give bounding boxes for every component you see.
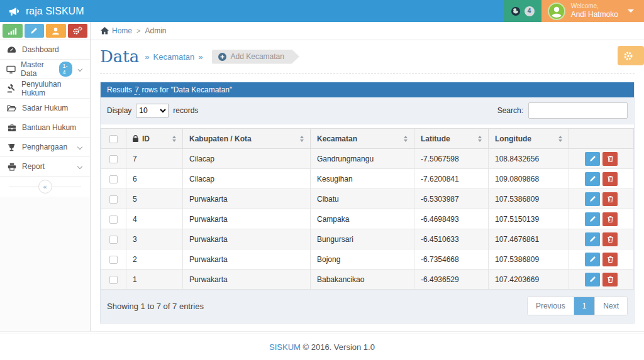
data-panel: Results 7 rows for "Data Kecamatan" Disp…	[100, 82, 635, 324]
delete-row-button[interactable]	[602, 273, 618, 286]
row-checkbox[interactable]	[109, 155, 118, 163]
results-count: 7	[134, 85, 140, 95]
results-bar: Results 7 rows for "Data Kecamatan"	[101, 82, 634, 97]
sidebar-collapse-button[interactable]: «	[38, 180, 52, 194]
cell-kabupaten: Purwakarta	[183, 270, 311, 290]
trophy-icon	[6, 143, 17, 151]
cell-id: 6	[126, 169, 183, 189]
row-checkbox[interactable]	[109, 236, 118, 244]
chevron-down-icon	[77, 164, 82, 169]
records-per-page-select[interactable]: 10	[136, 104, 169, 117]
sidebar-item-bantuan-hukum[interactable]: Bantuan Hukum	[0, 118, 90, 138]
settings-quick-button[interactable]	[68, 24, 88, 38]
cell-id: 4	[126, 209, 183, 229]
sort-icon[interactable]	[300, 136, 304, 142]
delete-row-button[interactable]	[602, 152, 618, 166]
pagination: Previous 1 Next	[527, 297, 628, 315]
folder-open-icon	[6, 104, 17, 112]
user-menu[interactable]: Welcome, Andi Hatmoko	[541, 0, 644, 22]
notification-count-badge[interactable]: 4	[525, 6, 535, 16]
sidebar-item-dashboard[interactable]: Dashboard	[0, 40, 90, 60]
pencil-icon	[589, 195, 596, 202]
cell-latitude: -6.4698493	[414, 209, 489, 229]
footer-brand-link[interactable]: SISKUM	[269, 342, 301, 352]
edit-row-button[interactable]	[585, 192, 600, 206]
cell-latitude: -6.5303987	[414, 189, 489, 209]
column-header-longitude[interactable]: Longitude	[489, 129, 569, 149]
gear-icon	[623, 51, 633, 61]
notifications-area[interactable]: 4	[504, 0, 541, 22]
sidebar-item-master-data[interactable]: Master Data 1-4	[0, 60, 90, 79]
quick-buttons	[0, 22, 90, 40]
records-label: records	[173, 106, 198, 115]
master-data-badge: 1-4	[59, 62, 73, 77]
edit-row-button[interactable]	[585, 273, 600, 286]
row-checkbox[interactable]	[109, 256, 118, 264]
breadcrumb-home-link[interactable]: Home	[101, 26, 132, 35]
previous-page-button[interactable]: Previous	[528, 297, 574, 315]
page-settings-button[interactable]	[618, 46, 644, 65]
row-checkbox[interactable]	[109, 195, 118, 204]
sidebar-item-penghargaan[interactable]: Penghargaan	[0, 138, 90, 157]
page-1-button[interactable]: 1	[574, 297, 596, 315]
sidebar-item-label: Bantuan Hukum	[22, 123, 76, 132]
next-page-button[interactable]: Next	[595, 297, 627, 315]
cell-kecamatan: Babakancikao	[311, 270, 414, 290]
sidebar-item-report[interactable]: Report	[0, 157, 90, 177]
cell-longitude: 107.4203669	[489, 270, 569, 290]
column-header-latitude[interactable]: Latitude	[414, 129, 489, 149]
delete-row-button[interactable]	[602, 253, 618, 266]
cell-id: 7	[126, 149, 183, 169]
cell-longitude: 108.8432656	[489, 149, 569, 169]
sidebar-item-label: Sadar Hukum	[22, 104, 68, 112]
sort-icon[interactable]	[558, 136, 562, 142]
cell-kecamatan: Campaka	[311, 209, 414, 229]
delete-row-button[interactable]	[602, 232, 618, 246]
globe-icon	[511, 6, 521, 16]
cell-longitude: 107.5386809	[489, 249, 569, 270]
cell-kabupaten: Cilacap	[183, 169, 311, 189]
sidebar-item-sadar-hukum[interactable]: Sadar Hukum	[0, 99, 90, 118]
edit-row-button[interactable]	[585, 253, 600, 266]
sort-icon[interactable]	[404, 136, 408, 142]
edit-row-button[interactable]	[585, 172, 600, 186]
column-header-kecamatan[interactable]: Kecamatan	[311, 129, 414, 149]
column-header-kabupaten[interactable]: Kabupaten / Kota	[183, 129, 311, 149]
trash-icon	[607, 155, 614, 163]
brand[interactable]: raja SISKUM	[0, 0, 84, 22]
search-input[interactable]	[528, 102, 628, 119]
pencil-icon	[589, 256, 596, 263]
edit-quick-button[interactable]	[25, 24, 45, 38]
edit-row-button[interactable]	[585, 212, 600, 226]
breadcrumb-current: Admin	[145, 26, 166, 35]
sort-icon[interactable]	[172, 136, 176, 142]
users-quick-button[interactable]	[46, 24, 66, 38]
cell-kabupaten: Purwakarta	[183, 249, 311, 270]
row-checkbox[interactable]	[109, 215, 118, 224]
select-all-checkbox[interactable]	[109, 135, 118, 143]
pencil-icon	[589, 276, 596, 283]
desktop-icon	[6, 65, 16, 74]
stats-quick-button[interactable]	[3, 24, 23, 38]
delete-row-button[interactable]	[602, 172, 618, 186]
sidebar-item-label: Dashboard	[22, 45, 59, 54]
edit-row-button[interactable]	[585, 152, 600, 166]
edit-row-button[interactable]	[585, 232, 600, 246]
table-row: 6 Cilacap Kesugihan -7.6200841 109.08098…	[101, 169, 634, 189]
trash-icon	[607, 195, 614, 203]
sidebar-item-penyuluhan-hukum[interactable]: Penyuluhan Hukum	[0, 79, 90, 99]
trash-icon	[607, 215, 614, 223]
pencil-icon	[589, 155, 596, 162]
column-header-id[interactable]: ID	[126, 129, 183, 149]
row-checkbox[interactable]	[109, 276, 118, 284]
sort-icon[interactable]	[478, 136, 482, 142]
table-row: 4 Purwakarta Campaka -6.4698493 107.5150…	[101, 209, 634, 229]
delete-row-button[interactable]	[602, 192, 618, 206]
row-checkbox[interactable]	[109, 175, 118, 183]
delete-row-button[interactable]	[602, 212, 618, 226]
printer-icon	[6, 163, 17, 171]
dashboard-icon	[6, 46, 17, 53]
sidebar-item-label: Report	[22, 162, 45, 171]
cell-kabupaten: Purwakarta	[183, 209, 311, 229]
add-kecamatan-button[interactable]: Add Kecamatan	[212, 50, 299, 64]
